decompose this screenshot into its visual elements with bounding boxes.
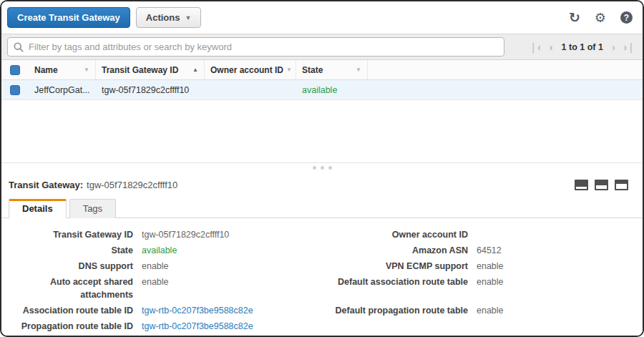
detail-row-dns-support: DNS support enable	[9, 260, 322, 275]
pagination-last-icon[interactable]: ›❘	[624, 41, 635, 53]
search-icon	[14, 42, 24, 52]
cell-state: available	[296, 85, 368, 95]
gear-icon[interactable]: ⚙	[595, 11, 606, 24]
column-header-tgw-id[interactable]: Transit Gateway ID ▲	[96, 60, 205, 79]
column-header-state[interactable]: State ▼	[296, 60, 368, 79]
detail-row-amazon-asn: Amazon ASN 64512	[322, 244, 635, 260]
sort-caret-icon: ▼	[356, 67, 361, 73]
details-section: Transit Gateway ID tgw-05f71829c2cffff10…	[1, 218, 643, 336]
details-right-column: Owner account ID Amazon ASN 64512 VPN EC…	[322, 228, 635, 336]
pagination-prev-icon[interactable]: ‹	[550, 41, 553, 53]
detail-row-default-association: Default association route table enable	[322, 275, 635, 304]
row-checkbox[interactable]	[10, 85, 20, 95]
detail-tabs: Details Tags	[1, 197, 643, 218]
app-window: Create Transit Gateway Actions ▼ ↻ ⚙ ? ❘…	[0, 0, 644, 337]
drag-dot-icon	[328, 166, 332, 170]
detail-row-default-propagation: Default propagation route table enable	[322, 304, 635, 320]
detail-row-state: State available	[9, 244, 322, 260]
detail-row-tgw-id: Transit Gateway ID tgw-05f71829c2cffff10	[9, 228, 322, 244]
pagination-next-icon[interactable]: ›	[612, 41, 615, 53]
header-checkbox-cell	[1, 60, 29, 79]
detail-row-auto-accept: Auto accept shared attachments enable	[9, 275, 322, 304]
actions-button-label: Actions	[146, 12, 180, 23]
tab-details[interactable]: Details	[9, 199, 67, 218]
panel-layout-controls	[575, 180, 628, 190]
column-header-owner[interactable]: Owner account ID ▼	[205, 60, 296, 79]
filter-row: ❘‹ ‹ 1 to 1 of 1 › ›❘	[1, 34, 643, 60]
drag-dot-icon	[321, 166, 324, 170]
toolbar: Create Transit Gateway Actions ▼ ↻ ⚙ ?	[1, 1, 643, 34]
association-route-table-link[interactable]: tgw-rtb-0c207f3be9588c82e	[142, 304, 253, 317]
detail-row-vpn-ecmp: VPN ECMP support enable	[322, 260, 635, 275]
pagination-first-icon[interactable]: ❘‹	[530, 41, 541, 53]
cell-name: JeffCorpGat...	[29, 85, 96, 95]
help-icon[interactable]: ?	[620, 11, 633, 24]
sort-asc-icon: ▲	[192, 67, 198, 73]
drag-dot-icon	[313, 166, 316, 170]
detail-panel-header: Transit Gateway: tgw-05f71829c2cffff10	[1, 172, 643, 197]
propagation-route-table-link[interactable]: tgw-rtb-0c207f3be9588c82e	[142, 320, 253, 333]
layout-medium-pane-icon[interactable]	[595, 180, 608, 190]
column-header-name[interactable]: Name ▼	[29, 60, 96, 79]
detail-row-owner-account: Owner account ID	[322, 228, 635, 244]
cell-tgw-id: tgw-05f71829c2cffff10	[96, 85, 205, 95]
chevron-down-icon: ▼	[185, 14, 191, 21]
table-row[interactable]: JeffCorpGat... tgw-05f71829c2cffff10 ava…	[1, 80, 643, 100]
search-box[interactable]	[7, 37, 504, 57]
column-header-spacer	[368, 60, 643, 79]
actions-button[interactable]: Actions ▼	[136, 7, 202, 28]
state-value: available	[142, 244, 177, 257]
detail-row-propagation-rtb: Propagation route table ID tgw-rtb-0c207…	[9, 320, 322, 336]
sort-caret-icon: ▼	[84, 67, 89, 73]
row-checkbox-cell	[1, 80, 29, 99]
toolbar-right-icons: ↻ ⚙ ?	[569, 11, 633, 24]
layout-large-pane-icon[interactable]	[615, 180, 628, 190]
select-all-checkbox[interactable]	[10, 65, 20, 75]
panel-resize-handle[interactable]	[1, 162, 643, 172]
detail-title-id: tgw-05f71829c2cffff10	[87, 180, 177, 190]
layout-small-pane-icon[interactable]	[575, 180, 588, 190]
detail-title-label: Transit Gateway:	[9, 180, 83, 190]
pagination-label: 1 to 1 of 1	[562, 42, 603, 52]
transit-gateway-table: Name ▼ Transit Gateway ID ▲ Owner accoun…	[1, 60, 643, 162]
detail-row-association-rtb: Association route table ID tgw-rtb-0c207…	[9, 304, 322, 320]
pagination: ❘‹ ‹ 1 to 1 of 1 › ›❘	[530, 41, 636, 53]
details-left-column: Transit Gateway ID tgw-05f71829c2cffff10…	[9, 228, 322, 336]
tab-tags[interactable]: Tags	[69, 199, 116, 218]
sort-caret-icon: ▼	[286, 67, 292, 73]
search-input[interactable]	[29, 41, 498, 52]
refresh-icon[interactable]: ↻	[569, 11, 580, 24]
table-header-row: Name ▼ Transit Gateway ID ▲ Owner accoun…	[1, 60, 643, 80]
create-transit-gateway-button[interactable]: Create Transit Gateway	[7, 7, 130, 28]
